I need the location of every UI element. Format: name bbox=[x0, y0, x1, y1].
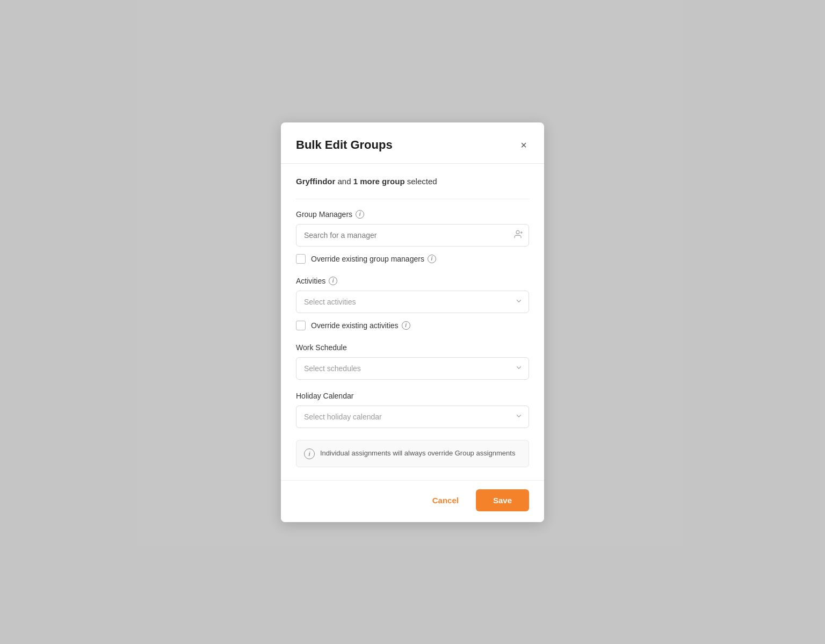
cancel-button[interactable]: Cancel bbox=[423, 490, 468, 510]
divider-1 bbox=[296, 199, 529, 199]
holiday-calendar-section: Holiday Calendar Select holiday calendar bbox=[296, 392, 529, 428]
group-managers-text: Group Managers bbox=[296, 210, 352, 219]
override-activities-checkbox[interactable] bbox=[296, 321, 306, 330]
group-managers-info-icon[interactable]: i bbox=[356, 210, 364, 219]
override-managers-row: Override existing group managers i bbox=[296, 254, 529, 264]
override-activities-info-icon[interactable]: i bbox=[402, 321, 410, 330]
activities-label: Activities i bbox=[296, 277, 529, 285]
modal-body: Gryffindor and 1 more group selected Gro… bbox=[281, 164, 544, 480]
selected-group-name: Gryffindor bbox=[296, 177, 335, 186]
save-button[interactable]: Save bbox=[476, 489, 529, 511]
group-managers-section: Group Managers i bbox=[296, 210, 529, 264]
selected-more-groups: 1 more group bbox=[353, 177, 405, 186]
holiday-calendar-select-wrapper: Select holiday calendar bbox=[296, 406, 529, 428]
group-managers-label: Group Managers i bbox=[296, 210, 529, 219]
holiday-calendar-label: Holiday Calendar bbox=[296, 392, 529, 400]
info-notice-icon: i bbox=[304, 448, 315, 459]
work-schedule-text: Work Schedule bbox=[296, 343, 347, 352]
modal-overlay: Bulk Edit Groups × Gryffindor and 1 more… bbox=[0, 0, 825, 644]
activities-select[interactable]: Select activities bbox=[296, 291, 529, 313]
schedules-select-wrapper: Select schedules bbox=[296, 357, 529, 380]
close-icon: × bbox=[520, 140, 527, 150]
override-managers-checkbox[interactable] bbox=[296, 254, 306, 264]
modal-header: Bulk Edit Groups × bbox=[281, 122, 544, 164]
info-notice-text: Individual assignments will always overr… bbox=[320, 448, 515, 459]
person-add-icon bbox=[513, 229, 523, 241]
close-button[interactable]: × bbox=[518, 138, 529, 153]
selected-info-rest: and bbox=[335, 177, 353, 186]
selected-info-end: selected bbox=[405, 177, 437, 186]
override-managers-label: Override existing group managers i bbox=[311, 255, 436, 263]
activities-info-icon[interactable]: i bbox=[329, 277, 337, 285]
work-schedule-label: Work Schedule bbox=[296, 343, 529, 352]
bulk-edit-modal: Bulk Edit Groups × Gryffindor and 1 more… bbox=[281, 122, 544, 522]
modal-footer: Cancel Save bbox=[281, 480, 544, 522]
activities-select-wrapper: Select activities bbox=[296, 291, 529, 313]
manager-search-input[interactable] bbox=[296, 224, 529, 247]
schedules-select[interactable]: Select schedules bbox=[296, 357, 529, 380]
work-schedule-section: Work Schedule Select schedules bbox=[296, 343, 529, 380]
override-managers-info-icon[interactable]: i bbox=[428, 255, 436, 263]
modal-title: Bulk Edit Groups bbox=[296, 138, 393, 152]
override-activities-row: Override existing activities i bbox=[296, 321, 529, 330]
info-notice: i Individual assignments will always ove… bbox=[296, 440, 529, 467]
override-activities-label: Override existing activities i bbox=[311, 321, 410, 330]
holiday-calendar-select[interactable]: Select holiday calendar bbox=[296, 406, 529, 428]
holiday-calendar-text: Holiday Calendar bbox=[296, 392, 353, 400]
selected-info: Gryffindor and 1 more group selected bbox=[296, 177, 529, 186]
activities-text: Activities bbox=[296, 277, 325, 285]
svg-point-0 bbox=[516, 230, 519, 234]
activities-section: Activities i Select activities bbox=[296, 277, 529, 330]
manager-search-wrapper bbox=[296, 224, 529, 247]
